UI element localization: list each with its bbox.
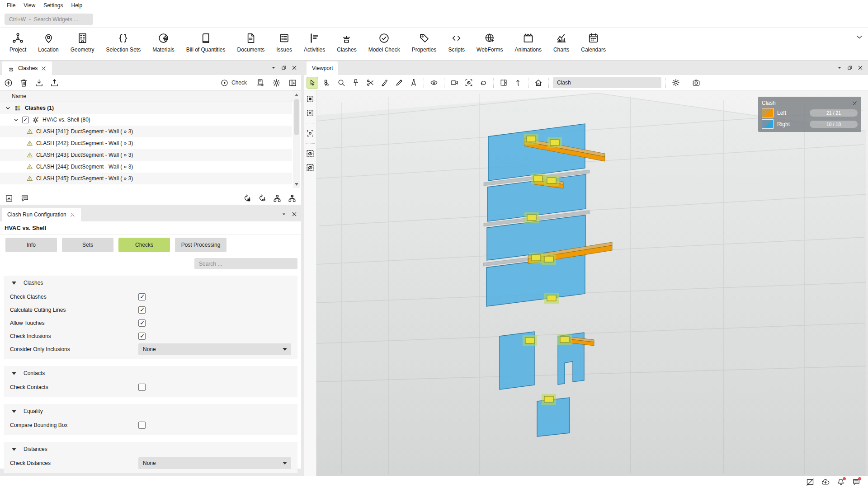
hide-selected-icon[interactable] bbox=[305, 163, 315, 173]
tree-row-clash-245[interactable]: CLASH [245]: DuctSegment - Wall ( » 3) bbox=[0, 173, 292, 184]
scroll-down-icon[interactable] bbox=[295, 183, 298, 186]
close-icon[interactable] bbox=[291, 211, 297, 217]
legend-row-right[interactable]: Right 18 / 18 bbox=[762, 118, 858, 130]
focus-selection-icon[interactable] bbox=[305, 128, 315, 138]
clear-grouping-icon[interactable] bbox=[288, 194, 297, 203]
measure-tool[interactable] bbox=[408, 77, 420, 89]
ribbon-overflow-button[interactable] bbox=[855, 33, 863, 41]
screenshot-camera-icon[interactable] bbox=[690, 77, 702, 89]
tab-post-processing[interactable]: Post Processing bbox=[175, 238, 226, 252]
update-selected-icon[interactable] bbox=[243, 194, 252, 203]
config-search-input[interactable] bbox=[194, 258, 297, 269]
check-inclusions-checkbox[interactable] bbox=[138, 333, 146, 340]
section-cut-tool[interactable] bbox=[364, 77, 376, 89]
messages-icon[interactable] bbox=[852, 478, 861, 487]
calculate-cutting-lines-checkbox[interactable] bbox=[138, 306, 146, 314]
clear-results-icon[interactable] bbox=[255, 78, 265, 88]
offline-icon[interactable] bbox=[806, 478, 815, 487]
close-icon[interactable] bbox=[852, 100, 858, 106]
import-icon[interactable] bbox=[34, 78, 44, 88]
check-contacts-checkbox[interactable] bbox=[138, 384, 146, 391]
scroll-up-icon[interactable] bbox=[295, 94, 298, 96]
group-tree-icon[interactable] bbox=[273, 194, 282, 203]
ribbon-item-charts[interactable]: Charts bbox=[547, 31, 575, 54]
tree-row-hvac-vs-shell[interactable]: HVAC vs. Shell (80) bbox=[0, 114, 292, 126]
tree-row-clashes-root[interactable]: Clashes (1) bbox=[0, 102, 292, 114]
ribbon-item-calendars[interactable]: Calendars bbox=[575, 31, 612, 54]
tab-info[interactable]: Info bbox=[5, 238, 57, 252]
delete-icon[interactable] bbox=[19, 78, 28, 88]
close-icon[interactable] bbox=[41, 66, 47, 71]
ribbon-item-scripts[interactable]: Scripts bbox=[442, 31, 471, 54]
search-widgets-input[interactable]: Ctrl+W - Search Widgets ... bbox=[5, 14, 93, 25]
viewport-settings-gear-icon[interactable] bbox=[670, 77, 682, 89]
select-all-icon[interactable] bbox=[305, 94, 315, 104]
section-contacts-header[interactable]: Contacts bbox=[4, 366, 297, 380]
pin-tool[interactable] bbox=[350, 77, 362, 89]
close-icon[interactable] bbox=[857, 65, 863, 71]
check-button[interactable]: Check bbox=[220, 79, 247, 87]
section-clashes-header[interactable]: Clashes bbox=[4, 276, 297, 290]
consider-only-inclusions-select[interactable]: None bbox=[138, 343, 291, 355]
ribbon-item-animations[interactable]: Animations bbox=[509, 31, 547, 54]
menu-view[interactable]: View bbox=[19, 0, 39, 11]
add-clash-set-icon[interactable] bbox=[4, 78, 13, 88]
section-distances-header[interactable]: Distances bbox=[4, 442, 297, 456]
ribbon-item-materials[interactable]: Materials bbox=[146, 31, 180, 54]
tab-checks[interactable]: Checks bbox=[118, 238, 170, 252]
ribbon-item-location[interactable]: Location bbox=[32, 31, 64, 54]
orbit-mode-tool[interactable] bbox=[463, 77, 475, 89]
row-checkbox[interactable] bbox=[22, 117, 29, 123]
cloud-sync-icon[interactable] bbox=[821, 478, 830, 487]
panel-menu-icon[interactable] bbox=[270, 65, 277, 71]
ribbon-item-webforms[interactable]: WebForms bbox=[471, 31, 509, 54]
menu-file[interactable]: File bbox=[3, 0, 19, 11]
zoom-tool[interactable] bbox=[335, 77, 347, 89]
comments-icon[interactable] bbox=[20, 194, 29, 203]
ribbon-item-clashes[interactable]: Clashes bbox=[331, 31, 362, 54]
close-icon[interactable] bbox=[291, 65, 297, 71]
gear-icon[interactable] bbox=[272, 78, 281, 88]
ribbon-item-issues[interactable]: Issues bbox=[270, 31, 298, 54]
add-view-icon[interactable] bbox=[288, 78, 297, 88]
view-mode-input[interactable] bbox=[553, 77, 661, 88]
ribbon-item-properties[interactable]: Properties bbox=[406, 31, 443, 54]
tree-row-clash-242[interactable]: CLASH [242]: DuctSegment - Wall ( » 3) bbox=[0, 137, 292, 149]
legend-row-left[interactable]: Left 21 / 21 bbox=[762, 107, 858, 118]
tree-row-clash-243[interactable]: CLASH [243]: DuctSegment - Wall ( » 3) bbox=[0, 149, 292, 161]
select-tool[interactable] bbox=[307, 77, 318, 89]
ribbon-item-documents[interactable]: Documents bbox=[231, 31, 271, 54]
ribbon-item-geometry[interactable]: Geometry bbox=[65, 31, 100, 54]
menu-settings[interactable]: Settings bbox=[39, 0, 67, 11]
ribbon-item-bill-of-quantities[interactable]: Bill of Quantities bbox=[180, 31, 231, 54]
details-panel-icon[interactable] bbox=[5, 194, 14, 203]
chevron-down-icon[interactable] bbox=[13, 117, 19, 123]
deselect-icon[interactable] bbox=[305, 108, 315, 118]
tree-column-header[interactable]: Name bbox=[0, 90, 301, 102]
check-clashes-checkbox[interactable] bbox=[138, 293, 146, 300]
panel-menu-icon[interactable] bbox=[281, 211, 287, 217]
orbit-rotate-tool[interactable] bbox=[477, 77, 489, 89]
tab-viewport[interactable]: Viewport bbox=[307, 61, 338, 75]
tab-clashes[interactable]: Clashes bbox=[2, 61, 52, 75]
tab-sets[interactable]: Sets bbox=[62, 238, 113, 252]
ribbon-item-model-check[interactable]: Model Check bbox=[363, 31, 406, 54]
ribbon-item-activities[interactable]: Activities bbox=[298, 31, 331, 54]
close-icon[interactable] bbox=[70, 212, 75, 218]
export-icon[interactable] bbox=[50, 78, 59, 88]
float-panel-icon[interactable] bbox=[847, 65, 853, 71]
viewport-canvas[interactable]: Clash Left 21 / 21 Right 18 / 18 bbox=[304, 90, 868, 476]
markup-pen-tool[interactable] bbox=[393, 77, 405, 89]
panel-menu-icon[interactable] bbox=[836, 65, 843, 71]
notifications-bell-icon[interactable] bbox=[836, 478, 845, 487]
tree-row-clash-244[interactable]: CLASH [244]: DuctSegment - Wall ( » 3) bbox=[0, 161, 292, 173]
show-selected-icon[interactable] bbox=[305, 149, 315, 159]
float-panel-icon[interactable] bbox=[281, 65, 287, 71]
knife-tool[interactable] bbox=[379, 77, 391, 89]
camera-tool[interactable] bbox=[448, 77, 460, 89]
tree-scrollbar[interactable] bbox=[293, 91, 300, 188]
update-visible-icon[interactable] bbox=[258, 194, 267, 203]
lasso-select-tool[interactable] bbox=[321, 77, 333, 89]
check-distances-select[interactable]: None bbox=[138, 457, 291, 469]
tab-clash-run-configuration[interactable]: Clash Run Configuration bbox=[2, 208, 81, 221]
